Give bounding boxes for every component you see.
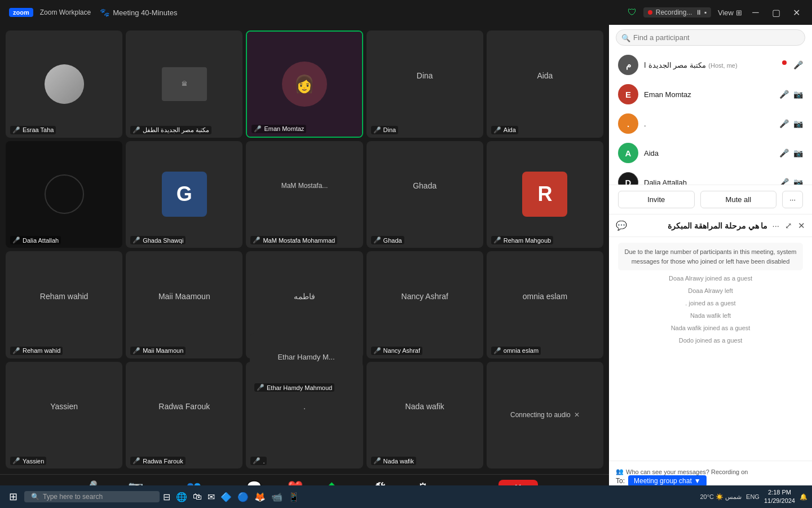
system-tray: 20°C ☀️ شمس ENG 2:18 PM 11/29/2024 🔔 xyxy=(700,488,807,506)
more-actions-button[interactable]: ··· xyxy=(782,191,803,208)
browser-icon[interactable]: 🌐 xyxy=(175,491,188,503)
recording-badge: Recording... ⏸ ▪ xyxy=(643,7,711,17)
participant-item: A Aida 🎤 📷 xyxy=(609,138,812,168)
avatar-maktaba: 🏛 xyxy=(162,67,207,101)
participant-icons4: 🎤 📷 xyxy=(779,148,803,157)
tile-aida: Aida 🎤 Aida xyxy=(487,30,603,138)
chat-msg-5: Nada wafik joined as a guest xyxy=(618,323,803,332)
tile-ghada-s: G 🎤 Ghada Shawqi xyxy=(126,141,242,248)
chat-msg-4: Nada wafik left xyxy=(618,311,803,320)
chat-msg-3: . joined as a guest xyxy=(618,299,803,308)
tile-name-maii: 🎤 Maii Maamoun xyxy=(130,347,186,355)
maximize-button[interactable]: ▢ xyxy=(769,7,783,18)
tile-yassien: Yassien 🎤 Yassien xyxy=(6,362,122,469)
mute-icon: 🎤 xyxy=(373,347,381,354)
mute-icon: 🎤 xyxy=(133,237,140,244)
video-area: 🎤 Esraa Taha 🏛 🎤 مكتبة مصر الجديدة الطفل… xyxy=(0,25,609,474)
video-off-icon: 📷 xyxy=(793,119,803,128)
weather-temp: 20°C ☀️ شمس xyxy=(700,493,742,501)
tile-maktaba: 🏛 🎤 مكتبة مصر الجديدة الطفل xyxy=(126,30,242,138)
chat-title: ما هي مرحلة المراهقة المبكرة xyxy=(632,221,767,230)
tile-name-ghada-s: 🎤 Ghada Shawqi xyxy=(130,236,186,244)
search-icon: 🔍 xyxy=(31,493,39,501)
chat-more-icon[interactable]: ··· xyxy=(772,221,779,231)
notification-icon[interactable]: 🔔 xyxy=(800,493,807,501)
tile-ghada: Ghada 🎤 Ghada xyxy=(367,141,483,248)
avatar-reham-m: R xyxy=(522,172,567,217)
chat-popout-icon[interactable]: ⤢ xyxy=(785,221,792,231)
mute-icon: 🎤 xyxy=(12,347,20,354)
tile-ethar: Ethar Hamdy M... 🎤 Ethar Hamdy Mahmoud xyxy=(250,333,363,395)
firefox-icon[interactable]: 🦊 xyxy=(253,491,267,503)
tile-dalia: 🎤 Dalia Attallah xyxy=(6,141,122,248)
store-icon[interactable]: 🛍 xyxy=(192,491,203,503)
chat-header: 💬 ما هي مرحلة المراهقة المبكرة ··· ⤢ ✕ xyxy=(609,214,812,237)
meeting-title: 🐾 Meeting 40-Minutes xyxy=(100,8,177,17)
view-button[interactable]: View ⊞ xyxy=(718,8,742,17)
participant-item: م مكتبة مصر الجديدة ا (Host, me) 🎤 xyxy=(609,50,812,80)
tile-dodo: Connecting to audio ✕ xyxy=(487,362,603,469)
chat-header-actions: ··· ⤢ ✕ xyxy=(772,221,805,231)
who-can-see: 👥 Who can see your messages? Recording o… xyxy=(616,468,805,475)
avatar-dot2: . xyxy=(618,113,638,134)
group-icon: 👥 xyxy=(616,468,624,475)
lang-indicator: ENG xyxy=(746,493,760,500)
chat-msg-1: Doaa Alrawy joined as a guest xyxy=(618,274,803,283)
participant-actions: Invite Mute all ··· xyxy=(609,185,812,214)
tile-name-reham-m: 🎤 Reham Mahgoub xyxy=(491,236,553,244)
search-input[interactable] xyxy=(616,29,805,46)
group-chat-button[interactable]: Meeting group chat ▼ xyxy=(628,475,707,487)
edge-icon[interactable]: 🔷 xyxy=(219,491,233,503)
to-label: To: xyxy=(616,477,625,485)
tile-name-eman: 🎤 Eman Momtaz xyxy=(251,125,306,133)
chat-msg-6: Dodo joined as a guest xyxy=(618,336,803,345)
tile-name-radwa: 🎤 Radwa Farouk xyxy=(130,457,186,465)
tile-name-omnia: 🎤 omnia eslam xyxy=(491,347,541,355)
connecting-text: Connecting to audio ✕ xyxy=(510,411,580,419)
tile-name-aida: 🎤 Aida xyxy=(491,126,518,134)
zoom-taskbar-icon[interactable]: 📹 xyxy=(270,491,284,503)
participants-search: 🔍 xyxy=(616,29,805,46)
mute-icon: 🎤 xyxy=(493,237,501,244)
avatar-eman2: E xyxy=(618,84,638,104)
tile-mam: MaM Mostafa... 🎤 MaM Mostafa Mohammad xyxy=(246,141,363,248)
minimize-button[interactable]: ─ xyxy=(749,7,762,17)
chrome-icon[interactable]: 🔵 xyxy=(236,491,250,503)
mute-all-button[interactable]: Mute all xyxy=(700,191,777,208)
mic-off-icon: 🎤 xyxy=(779,178,789,185)
clock: 2:18 PM 11/29/2024 xyxy=(764,488,795,506)
right-panel: Participants (21) ⤢ ✕ 🔍 م مكتبة مصر الجد… xyxy=(609,0,812,508)
start-button[interactable]: ⊞ xyxy=(5,488,22,505)
mute-icon: 🎤 xyxy=(373,126,381,134)
mute-icon: 🎤 xyxy=(133,457,140,465)
close-button[interactable]: ✕ xyxy=(789,7,803,18)
chat-msg-2: Doaa Alrawy left xyxy=(618,286,803,295)
app2-icon[interactable]: 📱 xyxy=(287,491,301,503)
mute-icon: 🎤 xyxy=(133,126,140,134)
taskbar-search[interactable]: 🔍 Type here to search xyxy=(24,491,160,502)
security-icon: 🛡 xyxy=(628,7,637,17)
tile-esraa: 🎤 Esraa Taha xyxy=(6,30,122,138)
task-view-icon[interactable]: ⊟ xyxy=(162,491,171,503)
tile-name-nada: 🎤 Nada wafik xyxy=(371,457,416,465)
tile-reham-m: R 🎤 Reham Mahgoub xyxy=(487,141,603,248)
mute-icon: 🎤 xyxy=(373,237,381,244)
mic-icon: 🎤 xyxy=(793,60,803,69)
zoom-logo-text: zoom xyxy=(9,8,33,17)
mail-icon[interactable]: ✉ xyxy=(206,491,216,503)
tile-name-dalia: 🎤 Dalia Attallah xyxy=(10,236,61,244)
chat-to-row: To: Meeting group chat ▼ xyxy=(616,475,805,487)
search-icon: 🔍 xyxy=(621,33,630,42)
participant-item: D Dalia Attallah 🎤 📷 xyxy=(609,168,812,185)
tile-name-reham-w: 🎤 Reham wahid xyxy=(10,347,63,355)
tile-name-nancy: 🎤 Nancy Ashraf xyxy=(371,347,422,355)
tile-name-ethar: 🎤 Ethar Hamdy Mahmoud xyxy=(254,383,334,392)
chat-panel: 💬 ما هي مرحلة المراهقة المبكرة ··· ⤢ ✕ D… xyxy=(609,214,812,508)
chat-close-icon[interactable]: ✕ xyxy=(798,221,805,231)
mic-off-icon: 🎤 xyxy=(779,148,789,157)
mute-icon: 🎤 xyxy=(12,126,20,134)
avatar-esraa xyxy=(45,64,84,104)
avatar-dalia xyxy=(45,174,84,214)
tile-name-mam: 🎤 MaM Mostafa Mohammad xyxy=(250,236,337,244)
invite-button[interactable]: Invite xyxy=(618,191,695,208)
